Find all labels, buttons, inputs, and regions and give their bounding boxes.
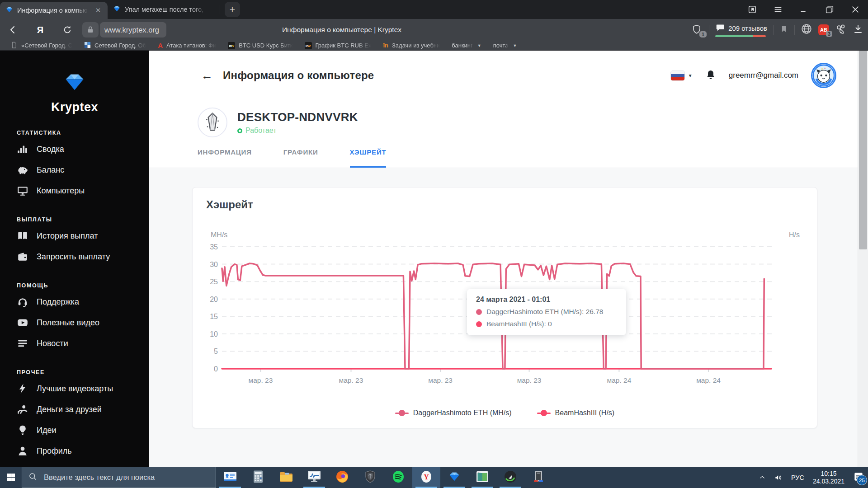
back-icon[interactable] [5, 22, 21, 38]
address-bar[interactable]: www.kryptex.org [82, 22, 166, 38]
clock[interactable]: 10:15 24.03.2021 [808, 470, 849, 485]
sidebar-item-news[interactable]: Новости [0, 333, 149, 354]
volume-icon[interactable] [770, 467, 787, 488]
tab-графики[interactable]: ГРАФИКИ [283, 145, 318, 168]
svg-text:0: 0 [214, 365, 218, 373]
series-dot-icon [476, 321, 482, 327]
taskbar-app-game-center[interactable] [496, 467, 524, 488]
tray-chevron-icon[interactable] [755, 467, 770, 488]
search-placeholder: Введите здесь текст для поиска [44, 473, 155, 482]
keyboard-language[interactable]: РУС [787, 467, 808, 488]
taskbar-app-firefox[interactable] [328, 467, 356, 488]
taskbar-app-file-explorer[interactable] [272, 467, 300, 488]
browser-menu-icon[interactable] [765, 0, 791, 19]
tab-информация[interactable]: ИНФОРМАЦИЯ [198, 145, 252, 168]
account-email[interactable]: greemrr@gmail.com [729, 71, 798, 80]
new-tab-button[interactable]: + [225, 2, 240, 17]
tooltip-row: DaggerHashimoto ETH (MH/s): 26.78 [476, 308, 617, 316]
reviews-bubble-icon [715, 23, 725, 34]
taskbar-search[interactable]: Введите здесь текст для поиска [22, 467, 216, 488]
bookmark-flag-icon[interactable] [779, 24, 788, 35]
taskbar-app-screenshot-app[interactable] [468, 467, 496, 488]
back-arrow-icon[interactable]: ← [201, 69, 213, 83]
kryptex-favicon [113, 5, 121, 14]
taskbar-app-world-of-tanks[interactable] [356, 467, 384, 488]
taskbar-app-calculator-app[interactable] [244, 467, 272, 488]
taskbar-app-pc-3d-app[interactable] [524, 467, 552, 488]
sidebar-item-profile[interactable]: Профиль [0, 441, 149, 461]
site-reviews[interactable]: 209 отзывов [715, 23, 767, 37]
toolbar-right: 1 209 отзывов AB 3 [691, 19, 863, 41]
user-avatar[interactable] [811, 63, 836, 88]
page-scrollbar[interactable] [858, 51, 868, 467]
kryptex-brand[interactable]: Kryptex [0, 70, 149, 114]
sidebar-item-wallet[interactable]: Запросить выплату [0, 246, 149, 267]
adblock-badge: 3 [826, 31, 832, 37]
scrollbar-thumb[interactable] [859, 51, 867, 249]
bookmark-item[interactable]: AАтака титанов: Фи [158, 42, 216, 49]
close-button[interactable] [842, 0, 868, 19]
yandex-logo-icon[interactable]: Я [33, 22, 48, 38]
adblock-icon[interactable]: AB 3 [818, 24, 829, 35]
language-selector[interactable]: ▼ [671, 71, 693, 80]
tab-хэшрейт[interactable]: ХЭШРЕЙТ [350, 145, 387, 168]
url-field[interactable]: www.kryptex.org [100, 22, 166, 38]
sidebar-item-label: Компьютеры [37, 186, 85, 196]
minimize-button[interactable] [791, 0, 816, 19]
sidebar-panel-icon[interactable] [739, 0, 765, 19]
protect-shield-icon[interactable]: 1 [691, 24, 703, 36]
svg-text:15: 15 [210, 313, 218, 320]
sidebar-item-video[interactable]: Полезные видео [0, 312, 149, 333]
sidebar-item-bolt[interactable]: Лучшие видеокарты [0, 378, 149, 399]
sidebar-item-book[interactable]: История выплат [0, 225, 149, 246]
svg-text:H/s: H/s [789, 231, 800, 239]
bookmark-item[interactable]: ïnЗадачи из учебни [383, 42, 440, 49]
maximize-button[interactable] [816, 0, 842, 19]
legend-item[interactable]: DaggerHashimoto ETH (MH/s) [395, 409, 512, 417]
search-icon [28, 472, 38, 483]
taskbar-app-mail-app[interactable] [216, 467, 244, 488]
bookmark-item[interactable]: InvГрафик BTC RUB Ex [305, 42, 372, 50]
browser-tabbar: Информация о компью ✕ Упал мегахеш после… [0, 0, 868, 19]
legend-item[interactable]: BeamHashIII (H/s) [537, 409, 615, 417]
browser-tab-1[interactable]: Информация о компью ✕ [0, 2, 108, 19]
start-button[interactable] [0, 467, 22, 488]
taskbar-app-yandex-browser[interactable]: Y [412, 467, 440, 488]
bookmark-item[interactable]: почта▼ [493, 42, 517, 49]
taskbar-app-kryptex-app[interactable] [440, 467, 468, 488]
refresh-icon[interactable] [60, 22, 75, 38]
browser-tab-2[interactable]: Упал мегахеш после того, [108, 0, 215, 19]
sidebar-item-label: Профиль [37, 446, 72, 456]
svg-text:мар. 23: мар. 23 [339, 376, 363, 384]
tab-close-icon[interactable]: ✕ [94, 6, 102, 14]
tab-separator [220, 5, 220, 14]
sidebar-item-headset[interactable]: Поддержка [0, 291, 149, 312]
computer-name: DESKTOP-NDNVVRK [237, 110, 358, 124]
svg-text:мар. 24: мар. 24 [607, 376, 632, 384]
taskbar-app-spotify[interactable] [384, 467, 412, 488]
sidebar-section-title: ПРОЧЕЕ [0, 369, 149, 375]
sidebar-item-chart-bars[interactable]: Сводка [0, 139, 149, 160]
divider [773, 25, 774, 35]
bookmark-item[interactable]: «Сетевой Город. С [11, 42, 72, 50]
passwords-icon[interactable] [835, 23, 847, 37]
sidebar-section: ПРОЧЕЕЛучшие видеокартыДеньги за друзейИ… [0, 369, 149, 461]
reviews-count: 209 отзывов [728, 24, 767, 32]
translate-globe-icon[interactable] [801, 23, 812, 37]
notifications-bell-icon[interactable] [705, 69, 716, 82]
lock-icon[interactable] [82, 22, 99, 38]
action-center-icon[interactable]: 25 [849, 467, 868, 488]
downloads-icon[interactable] [853, 23, 863, 36]
chevron-down-icon: ▼ [513, 43, 517, 48]
sidebar-item-referral[interactable]: Деньги за друзей [0, 399, 149, 420]
bookmark-item[interactable]: Сетевой Город. Об [84, 42, 146, 50]
sidebar-item-bulb[interactable]: Идеи [0, 420, 149, 441]
bookmark-item[interactable]: банкинг▼ [452, 42, 481, 49]
sidebar-item-monitor[interactable]: Компьютеры [0, 180, 149, 201]
taskbar-app-task-manager[interactable] [300, 467, 328, 488]
grid-icon [84, 42, 91, 50]
video-icon [17, 317, 28, 328]
sidebar-item-piggy[interactable]: Баланс [0, 160, 149, 180]
legend-marker-icon [537, 410, 551, 416]
bookmark-item[interactable]: InvBTC USD Курс Битк [228, 42, 292, 50]
